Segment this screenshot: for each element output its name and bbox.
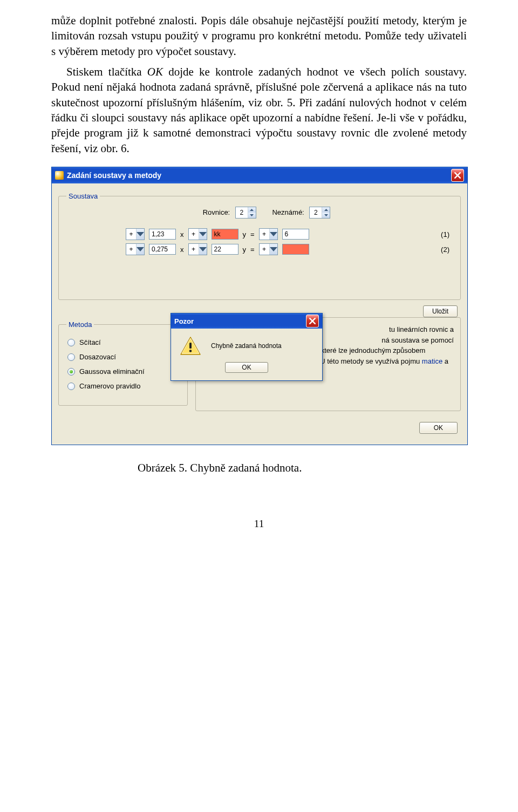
spinner-up-icon[interactable] <box>248 207 256 213</box>
method-label: Sčítací <box>79 338 101 346</box>
alert-ok-button[interactable]: OK <box>225 362 268 373</box>
equals-sign: = <box>250 245 255 254</box>
svg-point-1 <box>189 350 192 352</box>
coef-b-input[interactable] <box>212 229 238 240</box>
radio-icon <box>67 368 75 376</box>
chevron-down-icon[interactable] <box>199 229 207 240</box>
spinner-up-icon[interactable] <box>322 207 330 213</box>
paragraph-2-b: dojde ke kontrole zadaných hodnot ve vše… <box>51 65 467 155</box>
app-icon <box>55 171 64 180</box>
ok-italic: OK <box>147 65 163 78</box>
sign-value: + <box>189 229 199 240</box>
rhs-input[interactable] <box>282 244 309 255</box>
paragraph-1: může doplnit potřebné znalosti. Popis dá… <box>51 13 467 59</box>
alert-dialog: Pozor Chybně zadan <box>171 313 323 381</box>
sign-value: + <box>189 244 199 255</box>
equation-row: + x + y = + <box>126 228 453 240</box>
equation-number: (2) <box>441 245 453 254</box>
nezname-label: Neznámé: <box>272 208 304 216</box>
sign-select[interactable]: + <box>188 243 207 255</box>
radio-icon <box>67 383 75 390</box>
sign-value: + <box>126 229 136 240</box>
alert-message: Chybně zadaná hodnota <box>211 342 282 350</box>
paragraph-2-a: Stiskem tlačítka <box>66 65 147 78</box>
sign-value: + <box>260 229 269 240</box>
metoda-legend: Metoda <box>66 320 94 329</box>
chevron-down-icon[interactable] <box>136 244 144 255</box>
rovnice-value: 2 <box>236 207 248 218</box>
page-number: 11 <box>51 518 467 530</box>
metoda-group: Metoda Sčítací Dosazovací Gaussova elimi… <box>58 320 188 406</box>
coef-b-input[interactable] <box>212 244 238 255</box>
popis-and: a <box>442 357 448 365</box>
link-matice[interactable]: matice <box>422 357 442 365</box>
radio-icon <box>67 339 75 346</box>
spinner-down-icon[interactable] <box>322 213 330 218</box>
var-y: y <box>243 245 247 254</box>
rhs-input[interactable] <box>282 229 309 240</box>
method-radio[interactable]: Cramerovo pravidlo <box>67 382 180 390</box>
method-radio[interactable]: Dosazovací <box>67 353 180 361</box>
soustava-legend: Soustava <box>66 192 100 200</box>
figure-caption: Obrázek 5. Chybně zadaná hodnota. <box>51 461 467 475</box>
rovnice-label: Rovnice: <box>203 208 230 216</box>
coef-a-input[interactable] <box>149 229 176 240</box>
ok-button[interactable]: OK <box>419 422 458 434</box>
close-icon[interactable] <box>451 169 464 182</box>
chevron-down-icon[interactable] <box>136 229 144 240</box>
nezname-spinner[interactable]: 2 <box>309 207 330 219</box>
svg-rect-0 <box>189 343 192 349</box>
var-x: x <box>180 230 184 238</box>
save-button[interactable]: Uložit <box>423 305 458 317</box>
sign-value: + <box>126 244 136 255</box>
equation-row: + x + y = + <box>126 243 453 255</box>
close-icon[interactable] <box>306 315 319 327</box>
equation-number: (1) <box>441 230 453 238</box>
coef-a-input[interactable] <box>149 244 176 255</box>
equals-sign: = <box>250 230 255 238</box>
main-window: Zadání soustavy a metody Soustava Rovnic… <box>51 167 468 445</box>
alert-title: Pozor <box>174 317 194 325</box>
popis-tail-1: tu lineárních rovnic a <box>389 324 454 335</box>
sign-select[interactable]: + <box>126 243 145 255</box>
soustava-group: Soustava Rovnice: 2 Neznámé: 2 <box>58 192 461 300</box>
main-titlebar: Zadání soustavy a metody <box>52 167 467 183</box>
window-title: Zadání soustavy a metody <box>67 171 161 180</box>
sign-select[interactable]: + <box>126 228 145 240</box>
sign-select[interactable]: + <box>188 228 207 240</box>
sign-select[interactable]: + <box>259 228 278 240</box>
var-x: x <box>180 245 184 254</box>
method-radio[interactable]: Sčítací <box>67 338 180 346</box>
chevron-down-icon[interactable] <box>199 244 207 255</box>
paragraph-2: Stiskem tlačítka OK dojde ke kontrole za… <box>51 64 467 156</box>
nezname-value: 2 <box>310 207 322 218</box>
method-label: Gaussova eliminační <box>79 367 145 376</box>
warning-icon <box>180 336 201 356</box>
rovnice-spinner[interactable]: 2 <box>235 207 256 219</box>
method-label: Dosazovací <box>79 353 116 361</box>
chevron-down-icon[interactable] <box>269 229 277 240</box>
sign-value: + <box>260 244 269 255</box>
popis-tail-2: ná soustava se pomocí <box>381 335 454 346</box>
alert-titlebar: Pozor <box>171 313 322 329</box>
var-y: y <box>243 230 247 238</box>
method-radio[interactable]: Gaussova eliminační <box>67 367 180 376</box>
spinner-down-icon[interactable] <box>248 213 256 218</box>
sign-select[interactable]: + <box>259 243 278 255</box>
chevron-down-icon[interactable] <box>269 244 277 255</box>
radio-icon <box>67 353 75 361</box>
method-label: Cramerovo pravidlo <box>79 382 140 390</box>
